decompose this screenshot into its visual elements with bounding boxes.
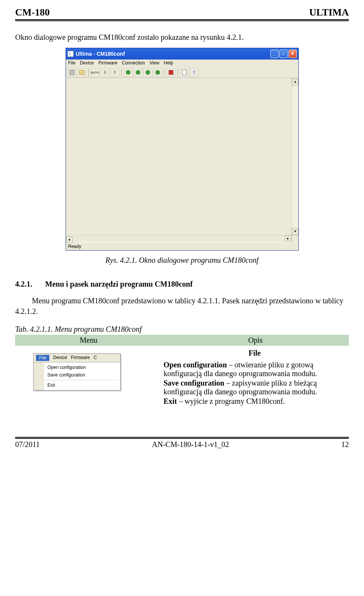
menu-separator (45, 380, 119, 380)
file-section-label: File (163, 348, 346, 361)
scroll-up-icon[interactable]: ▴ (292, 78, 298, 85)
maximize-button[interactable]: □ (279, 50, 288, 58)
page-header: CM-180 ULTIMA (15, 0, 349, 19)
toolbar-node-green-icon[interactable] (124, 68, 133, 77)
menubar-item-file[interactable]: File (68, 60, 75, 66)
toolbar-help-icon[interactable]: ? (190, 68, 199, 77)
table-header-row: Menu Opis (15, 335, 349, 346)
vertical-scrollbar[interactable]: ▴ ▾ (292, 78, 298, 235)
footer-page: 12 (341, 440, 349, 449)
menubar-item-help[interactable]: Help (164, 60, 173, 66)
toolbar-separator (88, 68, 89, 77)
scroll-right-icon[interactable]: ▸ (285, 235, 292, 242)
titlebar: Ultima - CM180conf _ □ X (66, 48, 298, 60)
menu-item-open[interactable]: Open configuration (44, 364, 120, 371)
app-icon (67, 51, 74, 57)
popup-menubar: File Device Firmware C (34, 354, 120, 362)
scrollbar-corner (292, 235, 298, 242)
popup-body: Open configuration Save configuration Ex… (34, 362, 120, 390)
app-window: Ultima - CM180conf _ □ X File Device Fir… (66, 48, 299, 251)
desc-open: Open configuration – otwieranie pliku z … (163, 361, 346, 378)
popup-menu-firmware[interactable]: Firmware (71, 355, 90, 361)
table-header-opis: Opis (162, 335, 349, 346)
menu-item-save[interactable]: Save configuration (44, 371, 120, 379)
menubar-item-connection[interactable]: Connection (122, 60, 145, 66)
footer-docid: AN-CM-180-14-1-v1_02 (152, 440, 229, 449)
table-header-menu: Menu (15, 335, 162, 346)
toolbar-separator (177, 68, 178, 77)
menubar: File Device Firmware Connection View Hel… (66, 60, 298, 67)
table-row: File Device Firmware C Open configuratio… (15, 346, 349, 409)
popup-icon-strip (34, 362, 44, 390)
horizontal-scrollbar[interactable]: ◂ ▸ (66, 235, 292, 242)
statusbar: Ready (66, 242, 298, 250)
toolbar: AUTO ⬇ ⬆ ? (66, 67, 298, 78)
scroll-track[interactable] (292, 85, 298, 228)
footer-date: 07/2011 (15, 440, 40, 449)
toolbar-separator (121, 68, 122, 77)
paragraph-2: Menu programu CM180conf przedstawiono w … (15, 295, 349, 317)
popup-menu-file[interactable]: File (36, 355, 49, 361)
toolbar-node-green4-icon[interactable] (153, 68, 162, 77)
menu-item-exit[interactable]: Exit (44, 381, 120, 389)
popup-menu-device[interactable]: Device (53, 355, 67, 361)
menubar-item-view[interactable]: View (149, 60, 159, 66)
menu-cell: File Device Firmware C Open configuratio… (15, 346, 162, 409)
footer-rule (15, 437, 349, 437)
toolbar-node-green2-icon[interactable] (133, 68, 143, 77)
desc-exit: Exit – wyjście z programy CM180conf. (163, 397, 346, 406)
page-footer: 07/2011 AN-CM-180-14-1-v1_02 12 (15, 439, 349, 456)
window-buttons: _ □ X (270, 50, 297, 58)
header-right: ULTIMA (309, 7, 349, 18)
figure-caption: Rys. 4.2.1. Okno dialogowe programu CM18… (15, 256, 349, 265)
toolbar-doc-icon[interactable] (180, 68, 189, 77)
description-cell: File Open configuration – otwieranie pli… (162, 346, 349, 409)
titlebar-text: Ultima - CM180conf (76, 51, 268, 57)
menubar-item-firmware[interactable]: Firmware (99, 60, 118, 66)
toolbar-node-green3-icon[interactable] (143, 68, 152, 77)
popup-menu-more[interactable]: C (94, 355, 97, 361)
paragraph-1: Okno dialogowe programu CM180conf został… (15, 32, 349, 42)
menu-description-table: Menu Opis File Device Firmware C Open co… (15, 335, 349, 409)
file-menu-popup: File Device Firmware C Open configuratio… (33, 353, 121, 391)
toolbar-separator (164, 68, 165, 77)
toolbar-cancel-icon[interactable] (166, 68, 176, 77)
toolbar-save-icon[interactable] (67, 68, 77, 77)
toolbar-auto-icon[interactable]: AUTO (91, 68, 100, 77)
table-caption: Tab. 4.2.1.1. Menu programu CM180conf (15, 325, 349, 334)
section-title: Menu i pasek narzędzi programu CM180conf (45, 280, 193, 289)
section-heading: 4.2.1. Menu i pasek narzędzi programu CM… (15, 280, 349, 289)
status-text: Ready (68, 244, 82, 249)
canvas-area: ▴ ▾ ◂ ▸ (66, 78, 298, 242)
toolbar-download-icon[interactable]: ⬇ (100, 68, 110, 77)
header-left: CM-180 (15, 7, 50, 18)
scroll-down-icon[interactable]: ▾ (292, 228, 298, 235)
minimize-button[interactable]: _ (270, 50, 279, 58)
header-rule (15, 19, 349, 21)
popup-items: Open configuration Save configuration Ex… (44, 362, 120, 390)
desc-save: Save configuration – zapisywanie pliku z… (163, 379, 346, 396)
close-button[interactable]: X (289, 50, 297, 58)
menubar-item-device[interactable]: Device (80, 60, 94, 66)
section-number: 4.2.1. (15, 280, 32, 289)
toolbar-upload-icon[interactable]: ⬆ (110, 68, 119, 77)
toolbar-open-icon[interactable] (77, 68, 86, 77)
scroll-left-icon[interactable]: ◂ (66, 237, 73, 243)
